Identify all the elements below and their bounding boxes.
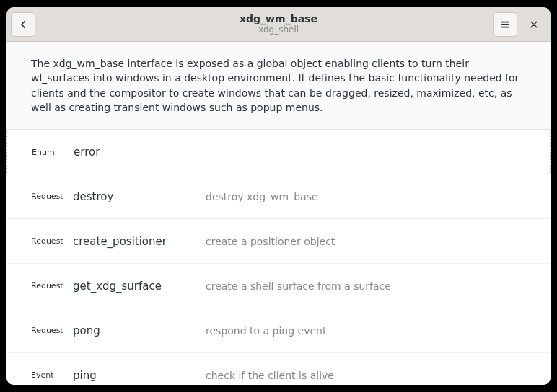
menu-button[interactable] bbox=[493, 12, 517, 37]
app-window: xdg_wm_base xdg_shell The xdg_wm_base in… bbox=[6, 7, 551, 385]
item-kind: Request bbox=[31, 192, 63, 201]
headerbar: xdg_wm_base xdg_shell bbox=[6, 7, 551, 42]
list-item[interactable]: Enum error bbox=[6, 130, 551, 174]
close-icon bbox=[530, 20, 538, 29]
hamburger-icon bbox=[500, 19, 510, 30]
item-kind: Enum bbox=[32, 148, 63, 157]
headerbar-right bbox=[493, 12, 546, 37]
back-icon bbox=[18, 19, 28, 30]
member-list: Enum error Request destroy destroy xdg_w… bbox=[6, 130, 551, 385]
item-summary: destroy xdg_wm_base bbox=[206, 191, 526, 202]
item-name: destroy bbox=[73, 190, 196, 203]
headerbar-left bbox=[11, 12, 35, 37]
item-name: create_positioner bbox=[73, 235, 196, 248]
item-kind: Request bbox=[31, 236, 63, 246]
item-summary: create a shell surface from a surface bbox=[206, 280, 526, 292]
list-item[interactable]: Request create_positioner create a posit… bbox=[6, 219, 551, 264]
window-subtitle: xdg_shell bbox=[240, 24, 317, 35]
list-item[interactable]: Request pong respond to a ping event bbox=[6, 308, 551, 353]
list-item[interactable]: Request get_xdg_surface create a shell s… bbox=[6, 264, 551, 308]
item-name: error bbox=[74, 146, 196, 159]
interface-description: The xdg_wm_base interface is exposed as … bbox=[6, 42, 551, 130]
list-item[interactable]: Request destroy destroy xdg_wm_base bbox=[6, 174, 551, 219]
content-area: The xdg_wm_base interface is exposed as … bbox=[6, 42, 551, 385]
item-kind: Event bbox=[31, 370, 63, 380]
close-button[interactable] bbox=[522, 12, 546, 37]
item-name: ping bbox=[73, 369, 196, 382]
item-kind: Request bbox=[31, 326, 63, 335]
item-summary: respond to a ping event bbox=[206, 325, 526, 337]
item-kind: Request bbox=[31, 281, 63, 290]
item-name: pong bbox=[73, 324, 196, 337]
window-title: xdg_wm_base bbox=[240, 14, 317, 24]
list-item[interactable]: Event ping check if the client is alive bbox=[6, 353, 551, 385]
back-button[interactable] bbox=[11, 12, 35, 37]
item-summary: check if the client is alive bbox=[206, 370, 526, 381]
item-summary: create a positioner object bbox=[206, 236, 526, 247]
headerbar-title-area: xdg_wm_base xdg_shell bbox=[240, 14, 317, 35]
item-name: get_xdg_surface bbox=[73, 280, 196, 293]
